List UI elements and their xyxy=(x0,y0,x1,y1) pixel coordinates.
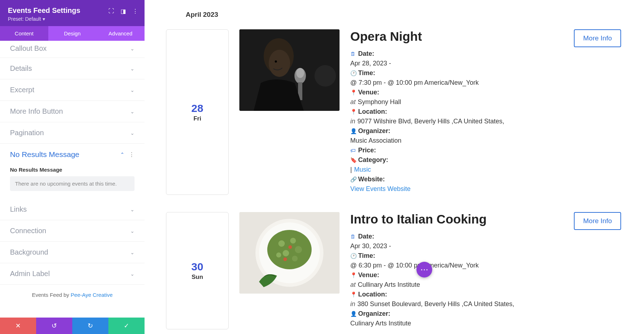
chevron-down-icon: ⌄ xyxy=(130,130,135,136)
footer-credit: Events Feed by Pee-Aye Creative xyxy=(0,285,145,305)
section-connection[interactable]: Connection ⌄ xyxy=(0,220,145,242)
pin-icon: 📍 xyxy=(350,291,356,298)
month-header: April 2023 xyxy=(186,11,623,19)
event-details: Intro to Italian Cooking 🗓Date: Apr 30, … xyxy=(350,212,563,329)
section-no-results-message[interactable]: No Results Message ⌃ ⋮ xyxy=(0,144,145,162)
action-bar: ✕ ↺ ↻ ✓ xyxy=(0,318,145,334)
svg-point-12 xyxy=(278,240,285,247)
chevron-down-icon: ⌄ xyxy=(130,109,135,114)
event-details: Opera Night 🗓Date: Apr 28, 2023 - 🕐Time:… xyxy=(350,29,563,195)
more-info-button[interactable]: More Info xyxy=(574,212,621,230)
section-details[interactable]: Details ⌄ xyxy=(0,58,145,79)
date-box: 28 Fri xyxy=(166,29,229,195)
event-row: 30 Sun xyxy=(166,212,623,329)
more-info-button[interactable]: More Info xyxy=(574,29,621,47)
svg-point-15 xyxy=(283,250,289,256)
tag-icon: 🏷 xyxy=(350,147,356,153)
chevron-down-icon: ⌄ xyxy=(130,250,135,255)
chevron-down-icon: ⌄ xyxy=(130,207,135,212)
date-day: Fri xyxy=(194,115,201,122)
chevron-down-icon: ⌄ xyxy=(130,271,135,277)
pin-icon: 📍 xyxy=(350,89,356,96)
svg-point-18 xyxy=(288,245,292,249)
calendar-icon: 🗓 xyxy=(350,51,356,57)
preview-pane[interactable]: April 2023 28 Fri xyxy=(145,0,644,334)
chevron-down-icon: ⌄ xyxy=(130,228,135,234)
event-image[interactable] xyxy=(239,212,340,294)
date-box: 30 Sun xyxy=(166,212,229,329)
no-results-body: No Results Message xyxy=(0,162,145,199)
svg-point-16 xyxy=(292,256,298,261)
footer-link[interactable]: Pee-Aye Creative xyxy=(71,292,113,298)
website-link[interactable]: View Events Website xyxy=(350,185,410,193)
panel-icon[interactable]: ◨ xyxy=(121,8,126,15)
tab-content[interactable]: Content xyxy=(0,26,48,41)
date-number: 28 xyxy=(191,102,203,114)
section-callout-box[interactable]: Callout Box ⌄ xyxy=(0,41,145,58)
event-image[interactable] xyxy=(239,29,340,111)
header-icons: ⛶ ◨ ⋮ xyxy=(108,8,138,15)
svg-point-13 xyxy=(290,238,296,244)
clock-icon: 🕐 xyxy=(350,253,356,259)
section-links[interactable]: Links ⌄ xyxy=(0,199,145,220)
date-number: 30 xyxy=(191,261,203,273)
settings-sidebar: Events Feed Settings Preset: Default ▾ ⛶… xyxy=(0,0,145,334)
sidebar-header: Events Feed Settings Preset: Default ▾ ⛶… xyxy=(0,0,145,26)
calendar-icon: 🗓 xyxy=(350,234,356,240)
section-background[interactable]: Background ⌄ xyxy=(0,242,145,263)
svg-point-14 xyxy=(295,246,302,253)
svg-point-17 xyxy=(276,252,281,257)
person-icon: 👤 xyxy=(350,311,356,317)
fab-button[interactable]: ⋯ xyxy=(416,262,432,277)
section-excerpt[interactable]: Excerpt ⌄ xyxy=(0,79,145,101)
preset-selector[interactable]: Preset: Default ▾ xyxy=(8,16,137,22)
chevron-down-icon: ⌄ xyxy=(130,87,135,93)
chevron-down-icon: ▾ xyxy=(43,16,45,22)
expand-icon[interactable]: ⛶ xyxy=(108,8,114,15)
link-icon: 🔗 xyxy=(350,176,356,183)
svg-point-11 xyxy=(267,230,312,269)
svg-point-6 xyxy=(296,68,304,78)
section-admin-label[interactable]: Admin Label ⌄ xyxy=(0,263,145,285)
section-pagination[interactable]: Pagination ⌄ xyxy=(0,122,145,144)
undo-button[interactable]: ↺ xyxy=(36,318,72,334)
event-row: 28 Fri Opera Night � xyxy=(166,29,623,195)
tab-advanced[interactable]: Advanced xyxy=(96,26,145,41)
event-title[interactable]: Opera Night xyxy=(350,29,563,44)
pin-icon: 📍 xyxy=(350,109,356,115)
pin-icon: 📍 xyxy=(350,272,356,279)
svg-point-19 xyxy=(283,257,287,261)
tab-design[interactable]: Design xyxy=(48,26,97,41)
cancel-button[interactable]: ✕ xyxy=(0,318,36,334)
chevron-down-icon: ⌄ xyxy=(130,46,135,51)
more-icon[interactable]: ⋮ xyxy=(132,8,138,15)
category-link[interactable]: Music xyxy=(354,166,371,173)
save-button[interactable]: ✓ xyxy=(108,318,145,334)
bookmark-icon: 🔖 xyxy=(350,157,356,163)
svg-point-7 xyxy=(314,65,336,87)
date-day: Sun xyxy=(191,274,203,281)
event-title[interactable]: Intro to Italian Cooking xyxy=(350,212,563,226)
svg-point-3 xyxy=(275,60,277,63)
chevron-up-icon: ⌃ xyxy=(120,152,125,157)
tabs: Content Design Advanced xyxy=(0,26,145,41)
chevron-down-icon: ⌄ xyxy=(130,66,135,72)
section-more-info-button[interactable]: More Info Button ⌄ xyxy=(0,101,145,122)
person-icon: 👤 xyxy=(350,128,356,134)
redo-button[interactable]: ↻ xyxy=(72,318,108,334)
svg-point-2 xyxy=(269,50,290,77)
clock-icon: 🕐 xyxy=(350,70,356,77)
no-results-input[interactable] xyxy=(10,176,135,191)
section-more-icon[interactable]: ⋮ xyxy=(129,151,135,158)
sections-list[interactable]: Callout Box ⌄ Details ⌄ Excerpt ⌄ More I… xyxy=(0,41,145,318)
no-results-field-label: No Results Message xyxy=(10,167,135,173)
